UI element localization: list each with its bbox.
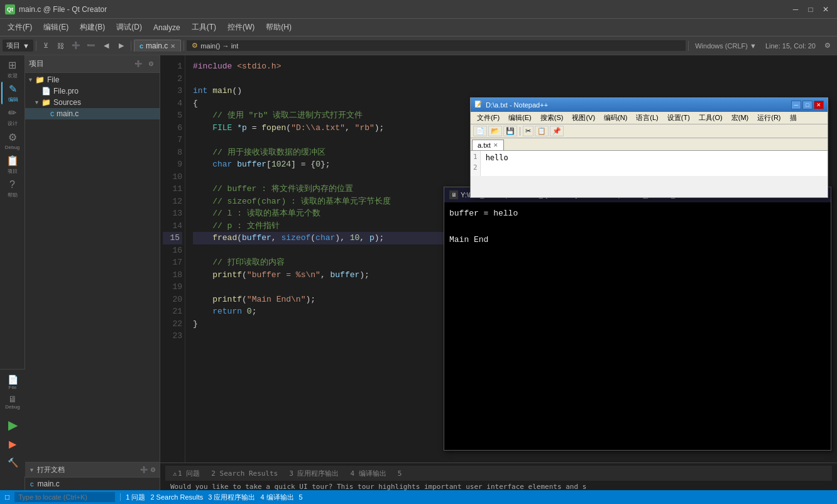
bottom-sidebar-debug[interactable]: 🖥 Debug: [5, 394, 20, 410]
np-tab-label: a.txt: [478, 141, 491, 149]
open-docs-settings-btn[interactable]: ⚙: [150, 466, 156, 473]
notepad-content[interactable]: 1 2 hello: [471, 151, 828, 176]
tree-item-file[interactable]: ▼ 📁 File: [25, 74, 160, 85]
toolbar-minus-btn[interactable]: ➖: [84, 39, 98, 53]
np-tab-close[interactable]: ✕: [493, 142, 498, 148]
close-button[interactable]: ✕: [819, 3, 832, 16]
file-tab[interactable]: c main.c ✕: [134, 40, 181, 52]
toolbar-filter-btn[interactable]: ⊻: [39, 39, 53, 53]
notepad-controls: ─ □ ✕: [791, 101, 824, 109]
menu-debug[interactable]: 调试(D): [111, 20, 147, 35]
sidebar-design-btn[interactable]: ✏ 设计: [1, 106, 24, 128]
terminal-line-3: Main End: [449, 234, 826, 247]
build-button[interactable]: 🔨: [4, 454, 21, 471]
np-menu-more[interactable]: 描: [786, 112, 801, 124]
np-tb-save[interactable]: 💾: [503, 126, 517, 136]
menu-analyze[interactable]: Analyze: [148, 21, 185, 34]
open-docs-add-btn[interactable]: ➕: [140, 466, 148, 473]
sidebar-edit-btn[interactable]: ✎ 编辑: [1, 82, 24, 104]
menu-edit[interactable]: 编辑(E): [38, 20, 74, 35]
notepad-minimize-btn[interactable]: ─: [791, 101, 801, 109]
folder-icon-file: 📁: [35, 75, 45, 84]
np-menu-edit[interactable]: 编辑(E): [505, 112, 535, 124]
notepad-menubar: 文件(F) 编辑(E) 搜索(S) 视图(V) 编码(N) 语言(L) 设置(T…: [471, 112, 828, 124]
sidebar-help-btn[interactable]: ? 帮助: [1, 177, 24, 200]
run-button[interactable]: ▶: [4, 416, 21, 434]
toolbar-nav-left[interactable]: ◀: [99, 39, 113, 53]
notepad-maximize-btn[interactable]: □: [802, 101, 812, 109]
file-panel-settings-btn[interactable]: ⚙: [146, 59, 156, 68]
toolbar-nav-right[interactable]: ▶: [114, 39, 128, 53]
locate-input[interactable]: [14, 492, 115, 502]
np-tb-copy[interactable]: 📋: [535, 126, 549, 136]
np-menu-file[interactable]: 文件(F): [473, 112, 503, 124]
menu-file[interactable]: 文件(F): [3, 20, 37, 35]
menu-controls[interactable]: 控件(W): [222, 20, 260, 35]
np-menu-encoding[interactable]: 编码(N): [600, 112, 631, 124]
project-label: 项目: [6, 41, 20, 50]
terminal-line-1: buffer = hello: [449, 207, 826, 221]
crlf-arrow: ▼: [750, 42, 757, 50]
menu-tools[interactable]: 工具(T): [187, 20, 221, 35]
tree-label-main-c: main.c: [57, 109, 79, 118]
breadcrumb-icon: ⚙: [192, 41, 198, 50]
bottom-message-area: ⚠1 问题 2 Search Results 3 应用程序输出 4 编译输出 5…: [160, 463, 837, 490]
toolbar-add-btn[interactable]: ➕: [69, 39, 83, 53]
minimize-button[interactable]: ─: [789, 3, 802, 16]
status-bar: □ 1 问题 2 Search Results 3 应用程序输出 4 编译输出 …: [0, 490, 837, 504]
np-menu-search[interactable]: 搜索(S): [537, 112, 567, 124]
file-panel-add-btn[interactable]: ➕: [133, 59, 144, 68]
tab-search-results[interactable]: 2 Search Results: [206, 468, 283, 479]
np-tb-cut[interactable]: ✂: [523, 126, 533, 136]
project-label-icon: 项目: [8, 168, 18, 175]
open-doc-main-c[interactable]: c main.c: [25, 478, 160, 490]
sidebar-project-btn[interactable]: 📋 项目: [1, 153, 24, 176]
notepad-close-btn[interactable]: ✕: [814, 101, 824, 109]
menu-build[interactable]: 构建(B): [75, 20, 110, 35]
np-tb-sep: [520, 127, 520, 136]
np-menu-view[interactable]: 视图(V): [568, 112, 599, 124]
toolbar-sep-1: [36, 41, 36, 51]
welcome-icon: ⊞: [8, 59, 16, 71]
tree-label-pro: File.pro: [53, 87, 79, 96]
debug-run-button[interactable]: ▶: [4, 435, 21, 452]
np-menu-tools[interactable]: 工具(O): [695, 112, 726, 124]
crlf-selector[interactable]: Windows (CRLF) ▼: [691, 41, 760, 51]
tab-problems[interactable]: ⚠1 问题: [168, 468, 205, 479]
edit-label: 编辑: [8, 96, 18, 103]
tab-5[interactable]: 5: [393, 468, 407, 479]
np-tb-paste[interactable]: 📌: [550, 126, 564, 136]
status-5: 5: [299, 493, 303, 501]
menu-bar: 文件(F) 编辑(E) 构建(B) 调试(D) Analyze 工具(T) 控件…: [0, 19, 837, 36]
np-tb-open[interactable]: 📂: [488, 126, 502, 136]
np-menu-macro[interactable]: 宏(M): [728, 112, 753, 124]
tab-app-output[interactable]: 3 应用程序输出: [284, 468, 344, 479]
status-appout: 3 应用程序输出: [208, 493, 255, 502]
project-selector[interactable]: 项目 ▼: [3, 40, 33, 52]
sidebar-welcome-btn[interactable]: ⊞ 欢迎: [1, 58, 24, 80]
notepad-titlebar[interactable]: 📝 D:\a.txt - Notepad++ ─ □ ✕: [471, 98, 828, 112]
sidebar-debug-btn[interactable]: ⚙ Debug: [1, 129, 24, 152]
np-menu-settings[interactable]: 设置(T): [664, 112, 694, 124]
maximize-button[interactable]: □: [804, 3, 817, 16]
run-controls: 📄 File 🖥 Debug ▶ ▶ 🔨: [0, 369, 25, 476]
code-line-3: int main(): [193, 85, 829, 97]
np-menu-language[interactable]: 语言(L): [632, 112, 662, 124]
bottom-sidebar-file[interactable]: 📄 File: [8, 375, 18, 390]
tab-compile-output[interactable]: 4 编译输出: [346, 468, 391, 479]
toolbar-settings-btn[interactable]: ⚙: [821, 39, 834, 53]
bottom-tabs: ⚠1 问题 2 Search Results 3 应用程序输出 4 编译输出 5: [165, 466, 832, 481]
toolbar-link-btn[interactable]: ⛓: [54, 39, 68, 53]
code-line-1: #include <stdio.h>: [193, 60, 829, 73]
tab-close-btn[interactable]: ✕: [170, 43, 175, 50]
np-tab-a-txt[interactable]: a.txt ✕: [472, 140, 504, 150]
terminal-content: buffer = hello Main End: [444, 202, 831, 251]
tree-item-file-pro[interactable]: ▶ 📄 File.pro: [25, 85, 160, 97]
status-search: 2 Search Results: [150, 493, 203, 501]
status-compileout: 4 编译输出: [260, 493, 293, 502]
np-menu-run[interactable]: 运行(R): [753, 112, 784, 124]
np-tb-new[interactable]: 📄: [473, 126, 487, 136]
tree-item-main-c[interactable]: ▶ c main.c: [25, 108, 160, 119]
tree-item-sources[interactable]: ▼ 📁 Sources: [25, 97, 160, 108]
menu-help[interactable]: 帮助(H): [261, 20, 297, 35]
